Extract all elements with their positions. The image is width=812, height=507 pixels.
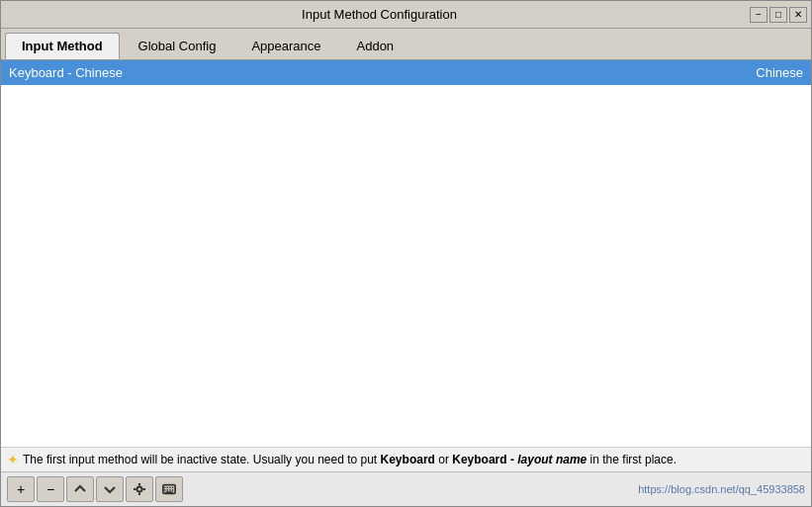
keyboard-button[interactable] [155, 476, 183, 502]
settings-icon [133, 482, 146, 496]
move-up-button[interactable] [66, 476, 94, 502]
toolbar-buttons: + − [7, 476, 183, 502]
tab-input-method[interactable]: Input Method [5, 33, 120, 59]
list-item[interactable]: Keyboard - Chinese Chinese [1, 60, 811, 85]
input-method-list[interactable]: Keyboard - Chinese Chinese [1, 60, 811, 447]
tab-bar: Input Method Global Config Appearance Ad… [1, 29, 811, 60]
content-area: Keyboard - Chinese Chinese [1, 60, 811, 447]
chevron-up-icon [73, 482, 87, 496]
tab-addon[interactable]: Addon [340, 33, 411, 59]
remove-button[interactable]: − [37, 476, 64, 502]
keyboard-icon [162, 482, 176, 496]
main-window: Input Method Configuration − □ ✕ Input M… [0, 0, 812, 507]
tab-appearance[interactable]: Appearance [234, 33, 337, 59]
status-bar: ✦ The first input method will be inactiv… [1, 447, 811, 471]
item-name: Keyboard - Chinese [9, 65, 123, 80]
titlebar: Input Method Configuration − □ ✕ [1, 1, 811, 29]
window-controls: − □ ✕ [750, 7, 807, 23]
maximize-button[interactable]: □ [769, 7, 787, 23]
config-button[interactable] [126, 476, 153, 502]
tab-global-config[interactable]: Global Config [122, 33, 233, 59]
link-text: https://blog.csdn.net/qq_45933858 [638, 483, 805, 495]
chevron-down-icon [103, 482, 117, 496]
window-title: Input Method Configuration [9, 7, 750, 22]
svg-point-0 [137, 487, 142, 492]
status-text: The first input method will be inactive … [23, 453, 677, 466]
close-button[interactable]: ✕ [789, 7, 807, 23]
minimize-button[interactable]: − [750, 7, 767, 23]
add-button[interactable]: + [7, 476, 35, 502]
item-lang: Chinese [756, 65, 803, 80]
warning-icon: ✦ [7, 452, 19, 467]
toolbar: + − [1, 471, 811, 506]
move-down-button[interactable] [96, 476, 124, 502]
